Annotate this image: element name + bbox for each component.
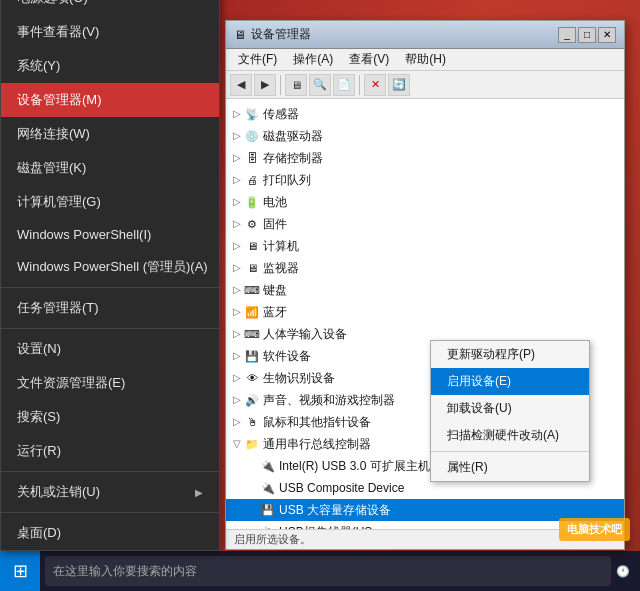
menu-file[interactable]: 文件(F) <box>230 49 285 70</box>
expand-icon: ▷ <box>230 149 244 167</box>
back-button[interactable]: ◀ <box>230 74 252 96</box>
firmware-icon: ⚙ <box>244 216 260 232</box>
menu-item-explorer[interactable]: 文件资源管理器(E) <box>1 366 219 400</box>
usb-folder-icon: 📁 <box>244 436 260 452</box>
clock-icon: 🕐 <box>616 565 630 578</box>
chevron-right-icon: ▶ <box>195 487 203 498</box>
doc-icon-btn[interactable]: 📄 <box>333 74 355 96</box>
devmgr-title-icon: 🖥 <box>234 28 246 42</box>
expand-icon: ▷ <box>230 127 244 145</box>
tree-item-firmware[interactable]: ▷ ⚙ 固件 <box>226 213 624 235</box>
ctx-uninstall-device[interactable]: 卸载设备(U) <box>431 395 589 422</box>
tree-item-sensors[interactable]: ▷ 📡 传感器 <box>226 103 624 125</box>
watermark: 电脑技术吧 <box>559 518 630 541</box>
keyboard-icon: ⌨ <box>244 282 260 298</box>
ctx-separator <box>431 451 589 452</box>
start-context-menu: 应用和功能(F) 移动中心(B) 电源选项(O) 事件查看器(V) 系统(Y) … <box>0 0 220 551</box>
device-context-menu: 更新驱动程序(P) 启用设备(E) 卸载设备(U) 扫描检测硬件改动(A) 属性… <box>430 340 590 482</box>
tree-item-computer[interactable]: ▷ 🖥 计算机 <box>226 235 624 257</box>
devmgr-titlebar: 🖥 设备管理器 _ □ ✕ <box>226 21 624 49</box>
menu-item-ps1[interactable]: Windows PowerShell(I) <box>1 219 219 250</box>
menu-item-devmgr[interactable]: 设备管理器(M) <box>1 83 219 117</box>
expand-icon: ▷ <box>230 369 244 387</box>
menu-item-search[interactable]: 搜索(S) <box>1 400 219 434</box>
computer-icon: 🖥 <box>244 238 260 254</box>
search-icon-btn[interactable]: 🔍 <box>309 74 331 96</box>
menu-view[interactable]: 查看(V) <box>341 49 397 70</box>
toolbar-separator-1 <box>280 75 281 95</box>
expand-icon: ▷ <box>230 347 244 365</box>
minimize-button[interactable]: _ <box>558 27 576 43</box>
devmgr-title: 🖥 设备管理器 <box>234 26 311 43</box>
usb-ctrl-icon: 🔌 <box>260 458 276 474</box>
tree-item-bluetooth[interactable]: ▷ 📶 蓝牙 <box>226 301 624 323</box>
tree-item-storage[interactable]: ▷ 🗄 存储控制器 <box>226 147 624 169</box>
folder-icon: 📡 <box>244 106 260 122</box>
menu-item-run[interactable]: 运行(R) <box>1 434 219 468</box>
tree-item-keyboard[interactable]: ▷ ⌨ 键盘 <box>226 279 624 301</box>
expand-icon: ▷ <box>230 281 244 299</box>
menu-item-desktop[interactable]: 桌面(D) <box>1 516 219 550</box>
menu-item-system[interactable]: 系统(Y) <box>1 49 219 83</box>
menu-action[interactable]: 操作(A) <box>285 49 341 70</box>
expand-icon: ▷ <box>230 391 244 409</box>
expand-icon: ▷ <box>230 171 244 189</box>
tree-item-printer[interactable]: ▷ 🖨 打印队列 <box>226 169 624 191</box>
devmgr-toolbar: ◀ ▶ 🖥 🔍 📄 ✕ 🔄 <box>226 71 624 99</box>
taskbar-search-box[interactable]: 在这里输入你要搜索的内容 <box>45 556 611 586</box>
disk-icon: 💿 <box>244 128 260 144</box>
ctx-scan-hardware[interactable]: 扫描检测硬件改动(A) <box>431 422 589 449</box>
tree-item-battery[interactable]: ▷ 🔋 电池 <box>226 191 624 213</box>
expand-icon: ▷ <box>230 193 244 211</box>
storage-icon: 🗄 <box>244 150 260 166</box>
bio-icon: 👁 <box>244 370 260 386</box>
menu-item-network[interactable]: 网络连接(W) <box>1 117 219 151</box>
menu-separator-1 <box>1 287 219 288</box>
menu-item-ps2[interactable]: Windows PowerShell (管理员)(A) <box>1 250 219 284</box>
taskbar-system-icons: 🕐 <box>616 565 640 578</box>
forward-button[interactable]: ▶ <box>254 74 276 96</box>
stop-button[interactable]: ✕ <box>364 74 386 96</box>
computer-icon-btn[interactable]: 🖥 <box>285 74 307 96</box>
taskbar: ⊞ 在这里输入你要搜索的内容 🕐 <box>0 551 640 591</box>
tree-item-diskdrive[interactable]: ▷ 💿 磁盘驱动器 <box>226 125 624 147</box>
expand-icon: ▷ <box>230 215 244 233</box>
menu-separator-3 <box>1 471 219 472</box>
expand-icon: ▷ <box>230 105 244 123</box>
start-button[interactable]: ⊞ <box>0 551 40 591</box>
sound-icon: 🔊 <box>244 392 260 408</box>
devmgr-menubar: 文件(F) 操作(A) 查看(V) 帮助(H) <box>226 49 624 71</box>
ctx-update-driver[interactable]: 更新驱动程序(P) <box>431 341 589 368</box>
expand-icon: ▷ <box>230 303 244 321</box>
usb-storage-icon: 💾 <box>260 502 276 518</box>
expand-icon: ▷ <box>230 413 244 431</box>
menu-item-compmgr[interactable]: 计算机管理(G) <box>1 185 219 219</box>
menu-separator-2 <box>1 328 219 329</box>
mouse-icon: 🖱 <box>244 414 260 430</box>
printer-icon: 🖨 <box>244 172 260 188</box>
hid-icon: ⌨ <box>244 326 260 342</box>
software-icon: 💾 <box>244 348 260 364</box>
menu-separator-4 <box>1 512 219 513</box>
bluetooth-icon: 📶 <box>244 304 260 320</box>
menu-item-taskmgr[interactable]: 任务管理器(T) <box>1 291 219 325</box>
close-button[interactable]: ✕ <box>598 27 616 43</box>
expand-icon: ▽ <box>230 435 244 453</box>
menu-item-settings[interactable]: 设置(N) <box>1 332 219 366</box>
ctx-properties[interactable]: 属性(R) <box>431 454 589 481</box>
ctx-enable-device[interactable]: 启用设备(E) <box>431 368 589 395</box>
menu-item-disk[interactable]: 磁盘管理(K) <box>1 151 219 185</box>
tree-item-monitor[interactable]: ▷ 🖥 监视器 <box>226 257 624 279</box>
usb-composite-icon: 🔌 <box>260 480 276 496</box>
menu-item-power[interactable]: 电源选项(O) <box>1 0 219 15</box>
menu-item-event[interactable]: 事件查看器(V) <box>1 15 219 49</box>
menu-item-shutdown[interactable]: 关机或注销(U) ▶ <box>1 475 219 509</box>
menu-help[interactable]: 帮助(H) <box>397 49 454 70</box>
battery-icon: 🔋 <box>244 194 260 210</box>
toolbar-separator-2 <box>359 75 360 95</box>
expand-icon: ▷ <box>230 325 244 343</box>
maximize-button[interactable]: □ <box>578 27 596 43</box>
refresh-button[interactable]: 🔄 <box>388 74 410 96</box>
monitor-icon: 🖥 <box>244 260 260 276</box>
window-controls: _ □ ✕ <box>558 27 616 43</box>
